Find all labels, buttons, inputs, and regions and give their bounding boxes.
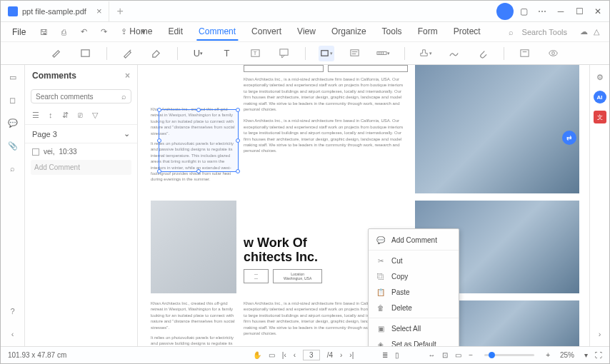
attachment-tool[interactable] — [475, 46, 491, 61]
close-panel-icon[interactable]: × — [125, 71, 130, 81]
page-input[interactable]: 3 — [303, 350, 320, 360]
first-page-icon[interactable]: |‹ — [282, 351, 286, 359]
comments-search-input[interactable] — [36, 93, 121, 101]
add-tab-button[interactable]: + — [109, 5, 130, 18]
maximize-button[interactable]: ☐ — [571, 3, 588, 20]
ctx-select-all[interactable]: ▣Select All — [369, 320, 459, 336]
eraser-tool[interactable] — [149, 46, 164, 61]
shape-rect-tool[interactable]: ▾ — [319, 46, 334, 61]
hide-comments-tool[interactable] — [517, 46, 533, 61]
tab-protect[interactable]: Protect — [451, 24, 483, 41]
tab-tools[interactable]: Tools — [380, 24, 404, 41]
tab-home[interactable]: Home — [127, 24, 154, 41]
right-sidebar: ⚙ AI 文 › — [589, 65, 609, 346]
floating-share-badge[interactable]: ⇄ — [562, 131, 576, 145]
tab-organize[interactable]: Organize — [329, 24, 369, 41]
tab-convert[interactable]: Convert — [249, 24, 284, 41]
search-tools[interactable]: ⌕ Search Tools — [504, 28, 576, 36]
zoom-slider[interactable] — [484, 354, 534, 356]
print-icon[interactable]: ⎙ — [57, 26, 70, 39]
tab-form[interactable]: Form — [416, 24, 440, 41]
select-tool-icon[interactable]: ▭ — [269, 351, 275, 359]
save-icon[interactable]: 🖫 — [37, 26, 50, 39]
filter-list-icon[interactable]: ☰ — [32, 111, 39, 120]
file-menu[interactable]: File — [6, 24, 31, 40]
tab-view[interactable]: View — [295, 24, 318, 41]
filter-expand-icon[interactable]: ⇵ — [62, 111, 69, 120]
undo-icon[interactable]: ↶ — [77, 26, 90, 39]
notes-icon[interactable]: ▢ — [515, 3, 532, 20]
filter-funnel-icon[interactable]: ▽ — [92, 111, 98, 120]
document-tab[interactable]: ppt file-sample.pdf × — [1, 1, 109, 21]
close-tab-icon[interactable]: × — [96, 6, 102, 16]
user-avatar[interactable] — [496, 3, 514, 20]
fit-page-icon[interactable]: ⊡ — [442, 351, 448, 359]
menubar: File 🖫 ⎙ ↶ ↷ ⇪ ▾ Home Edit Comment Conve… — [1, 22, 609, 42]
pencil-tool[interactable] — [120, 46, 136, 61]
more-icon[interactable]: ⋯ — [534, 3, 551, 20]
highlight-tool[interactable] — [49, 46, 65, 61]
chevron-right-icon[interactable]: › — [594, 328, 606, 340]
fit-width-icon[interactable]: ↔ — [428, 351, 435, 359]
scroll-mode-icon[interactable]: ≣ — [382, 351, 388, 359]
tab-edit[interactable]: Edit — [166, 24, 185, 41]
checkbox-icon[interactable] — [32, 148, 39, 156]
ai-icon[interactable]: AI — [594, 91, 606, 103]
attachments-icon[interactable]: 📎 — [6, 139, 19, 152]
measure-tool[interactable]: ▾ — [376, 46, 391, 61]
translate-icon[interactable]: 文 — [594, 111, 606, 123]
underline-tool[interactable]: U▾ — [191, 46, 206, 61]
collapse-ribbon-icon[interactable]: △ — [594, 27, 599, 36]
minimize-button[interactable]: ─ — [552, 3, 569, 20]
comment-icon: 💬 — [376, 235, 386, 245]
svg-rect-12 — [521, 50, 529, 56]
filter-sort-icon[interactable]: ↕ — [49, 111, 53, 120]
hand-tool-icon[interactable]: ✋ — [253, 351, 261, 359]
comments-list-icon[interactable]: 💬 — [6, 116, 19, 129]
chevron-left-icon[interactable]: ‹ — [6, 328, 19, 340]
read-mode-icon[interactable]: ▭ — [455, 351, 461, 359]
textbox-tool[interactable]: T — [248, 46, 264, 61]
document-canvas[interactable]: ⇄ Khan Architects Inc., created this off… — [138, 65, 589, 346]
add-comment-field[interactable]: Add Comment — [31, 160, 131, 175]
next-page-icon[interactable]: › — [340, 351, 342, 359]
thumbnail-icon[interactable]: ▭ — [6, 71, 19, 84]
zoom-dropdown-icon[interactable]: ▾ — [584, 351, 588, 359]
ctx-add-comment[interactable]: 💬Add Comment — [369, 232, 459, 248]
bookmark-icon[interactable]: ◻ — [6, 93, 19, 106]
zoom-out-icon[interactable]: − — [469, 351, 473, 359]
redo-icon[interactable]: ↷ — [97, 26, 110, 39]
last-page-icon[interactable]: ›| — [349, 351, 354, 359]
comment-item[interactable]: vei, 10:33 — [25, 143, 137, 160]
cloud-icon[interactable]: ☁ — [580, 27, 588, 36]
show-comments-tool[interactable] — [546, 46, 561, 61]
signature-tool[interactable] — [446, 46, 462, 61]
fullscreen-icon[interactable]: ⛶ — [595, 351, 602, 359]
zoom-value[interactable]: 25% — [560, 351, 574, 359]
stamp-tool[interactable]: ▾ — [418, 46, 434, 61]
comments-search[interactable]: ⌕ — [31, 89, 131, 103]
info-box: —— — [244, 269, 269, 283]
close-window-button[interactable]: ✕ — [589, 3, 606, 20]
ctx-cut[interactable]: ✂Cut — [369, 253, 459, 268]
callout-tool[interactable] — [276, 46, 292, 61]
area-highlight-tool[interactable] — [78, 46, 94, 61]
settings-icon[interactable]: ⚙ — [594, 71, 606, 84]
comments-page-header[interactable]: Page 3 ⌄ — [25, 124, 137, 143]
ctx-delete[interactable]: 🗑Delete — [369, 300, 459, 315]
ctx-set-default[interactable]: ◈Set as Default — [369, 336, 459, 346]
svg-rect-0 — [81, 50, 89, 56]
zoom-in-icon[interactable]: + — [546, 351, 550, 359]
note-tool[interactable] — [347, 46, 363, 61]
search-icon[interactable]: ⌕ — [121, 92, 126, 101]
ctx-paste[interactable]: 📋Paste — [369, 284, 459, 300]
ctx-copy[interactable]: ⿻Copy — [369, 268, 459, 284]
prev-page-icon[interactable]: ‹ — [294, 351, 296, 359]
text-tool[interactable]: T — [219, 46, 235, 61]
selection-box[interactable] — [159, 109, 239, 172]
tab-comment[interactable]: Comment — [196, 24, 238, 41]
help-icon[interactable]: ? — [6, 305, 19, 318]
filter-option-icon[interactable]: ⎚ — [78, 111, 83, 120]
search-panel-icon[interactable]: ⌕ — [6, 162, 19, 175]
single-page-icon[interactable]: ▯ — [395, 351, 399, 359]
